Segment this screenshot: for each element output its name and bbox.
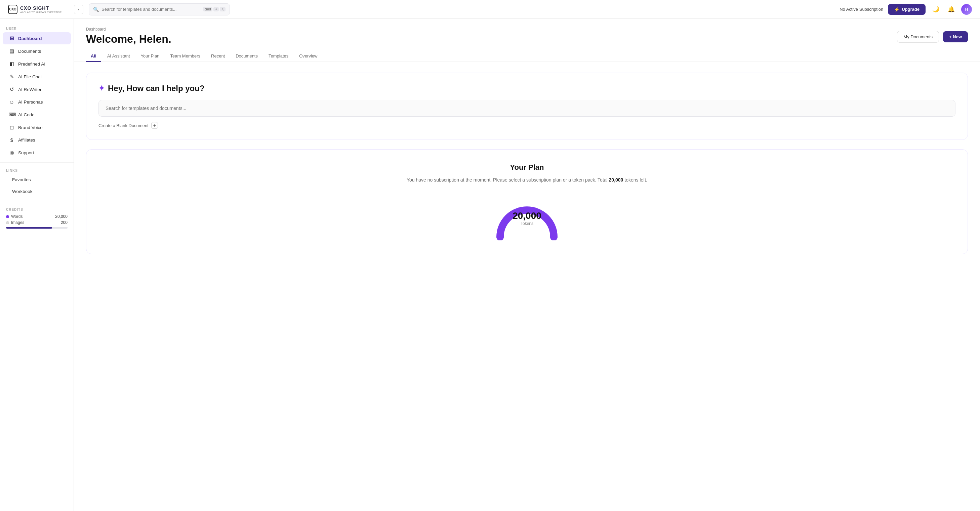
tab-all[interactable]: All [86, 51, 101, 62]
sidebar-item-brand-voice[interactable]: ◻ Brand Voice [3, 121, 71, 134]
credits-progress-fill [6, 227, 52, 229]
content-area: ✦ Hey, How can I help you? Create a Blan… [74, 62, 980, 265]
affiliates-icon: $ [9, 137, 15, 143]
tab-recent[interactable]: Recent [206, 51, 229, 62]
sidebar-item-label: Predefined AI [18, 62, 45, 67]
nav-right: No Active Subscription ⚡ Upgrade 🌙 🔔 H [840, 4, 972, 15]
sidebar-item-ai-file-chat[interactable]: ✎ AI File Chat [3, 71, 71, 83]
sidebar-item-label: Affiliates [18, 137, 35, 143]
sidebar-item-affiliates[interactable]: $ Affiliates [3, 134, 71, 146]
main-content: Dashboard Welcome, Helen. My Documents +… [74, 19, 980, 511]
sidebar: USER ⊞ Dashboard ▤ Documents ◧ Predefine… [0, 19, 74, 511]
sidebar-item-support[interactable]: ◎ Support [3, 146, 71, 159]
logo-text: CXO SIGHT AI CLARITY. HUMAN EXPERTISE. [20, 5, 62, 14]
links-section-label: LINKS [0, 166, 73, 174]
topnav: CXO CXO SIGHT AI CLARITY. HUMAN EXPERTIS… [0, 0, 980, 19]
ai-personas-icon: ☺ [9, 99, 15, 105]
gauge-center: 20,000 Tokens [512, 210, 541, 226]
sidebar-item-ai-code[interactable]: ⌨ AI Code [3, 108, 71, 121]
gauge-wrap: 20,000 Tokens [493, 204, 561, 240]
breadcrumb: Dashboard [86, 27, 172, 32]
ai-help-title: ✦ Hey, How can I help you? [99, 84, 956, 93]
words-dot [6, 215, 9, 218]
sidebar-item-documents[interactable]: ▤ Documents [3, 45, 71, 57]
gauge-label: Tokens [512, 221, 541, 226]
plan-title: Your Plan [99, 163, 956, 172]
search-icon: 🔍 [93, 7, 99, 12]
images-credits-row: Images 200 [6, 220, 68, 225]
sidebar-item-label: Support [18, 150, 34, 155]
sidebar-item-predefined-ai[interactable]: ◧ Predefined AI [3, 58, 71, 70]
sidebar-item-favorites[interactable]: Favorites [3, 174, 71, 185]
tokens-gauge: 20,000 Tokens [99, 193, 956, 240]
sidebar-item-label: AI ReWriter [18, 87, 42, 92]
layout: USER ⊞ Dashboard ▤ Documents ◧ Predefine… [0, 19, 980, 511]
lightning-icon: ⚡ [894, 7, 900, 12]
upgrade-button[interactable]: ⚡ Upgrade [888, 4, 926, 15]
ai-search-bar[interactable] [99, 100, 956, 117]
sidebar-item-label: Workbook [12, 189, 33, 194]
sidebar-divider [0, 162, 73, 163]
sidebar-item-label: Dashboard [18, 36, 42, 41]
words-value: 20,000 [55, 214, 68, 219]
credits-progress-bar [6, 227, 68, 229]
sidebar-item-label: AI File Chat [18, 74, 42, 80]
create-blank-document-button[interactable]: Create a Blank Document + [99, 122, 956, 129]
plan-description: You have no subscription at the moment. … [99, 177, 956, 183]
no-subscription-label: No Active Subscription [840, 7, 883, 12]
dashboard-icon: ⊞ [9, 35, 15, 41]
logo-area: CXO CXO SIGHT AI CLARITY. HUMAN EXPERTIS… [8, 5, 68, 14]
plan-section: Your Plan You have no subscription at th… [86, 149, 968, 254]
tab-ai-assistant[interactable]: AI Assistant [102, 51, 135, 62]
sidebar-item-label: AI Personas [18, 100, 43, 105]
sidebar-item-ai-personas[interactable]: ☺ AI Personas [3, 96, 71, 108]
documents-icon: ▤ [9, 48, 15, 54]
credits-label: CREDITS [6, 208, 68, 214]
page-title: Welcome, Helen. [86, 33, 172, 45]
gauge-number: 20,000 [512, 210, 541, 221]
avatar[interactable]: H [961, 4, 972, 15]
sidebar-divider-2 [0, 201, 73, 201]
tab-team-members[interactable]: Team Members [165, 51, 205, 62]
predefined-ai-icon: ◧ [9, 61, 15, 67]
sidebar-item-dashboard[interactable]: ⊞ Dashboard [3, 32, 71, 45]
page-header: Dashboard Welcome, Helen. My Documents +… [74, 19, 980, 45]
brand-voice-icon: ◻ [9, 124, 15, 131]
my-documents-button[interactable]: My Documents [897, 31, 939, 43]
new-button[interactable]: + New [943, 31, 968, 42]
ai-code-icon: ⌨ [9, 111, 15, 118]
ai-search-input[interactable] [105, 105, 948, 111]
images-label: Images [11, 220, 24, 225]
sparkle-icon: ✦ [99, 84, 105, 93]
images-dot [6, 221, 9, 224]
tab-your-plan[interactable]: Your Plan [136, 51, 164, 62]
tab-overview[interactable]: Overview [294, 51, 322, 62]
words-label: Words [11, 214, 22, 219]
header-actions: My Documents + New [897, 31, 968, 43]
tabs-bar: All AI Assistant Your Plan Team Members … [74, 45, 980, 62]
sidebar-item-label: Brand Voice [18, 125, 43, 130]
search-input[interactable] [102, 7, 200, 12]
page-title-area: Dashboard Welcome, Helen. [86, 27, 172, 45]
sidebar-item-workbook[interactable]: Workbook [3, 186, 71, 197]
global-search-bar[interactable]: 🔍 cmd + K [89, 3, 230, 16]
images-value: 200 [61, 220, 68, 225]
search-shortcut: cmd + K [203, 7, 226, 11]
ai-help-section: ✦ Hey, How can I help you? Create a Blan… [86, 73, 968, 140]
user-section-label: USER [0, 24, 73, 32]
collapse-sidebar-button[interactable]: ‹ [74, 5, 83, 14]
tab-templates[interactable]: Templates [264, 51, 293, 62]
support-icon: ◎ [9, 150, 15, 156]
dark-mode-button[interactable]: 🌙 [930, 4, 941, 15]
credits-section: CREDITS Words 20,000 Images 200 [0, 204, 73, 232]
words-credits-row: Words 20,000 [6, 214, 68, 219]
logo-icon: CXO [8, 5, 18, 14]
sidebar-item-label: Favorites [12, 177, 31, 182]
sidebar-item-label: AI Code [18, 112, 35, 117]
sidebar-item-label: Documents [18, 49, 41, 54]
sidebar-item-ai-rewriter[interactable]: ↺ AI ReWriter [3, 83, 71, 96]
tab-documents[interactable]: Documents [231, 51, 262, 62]
notifications-button[interactable]: 🔔 [946, 4, 956, 15]
ai-file-chat-icon: ✎ [9, 73, 15, 80]
ai-rewriter-icon: ↺ [9, 86, 15, 92]
